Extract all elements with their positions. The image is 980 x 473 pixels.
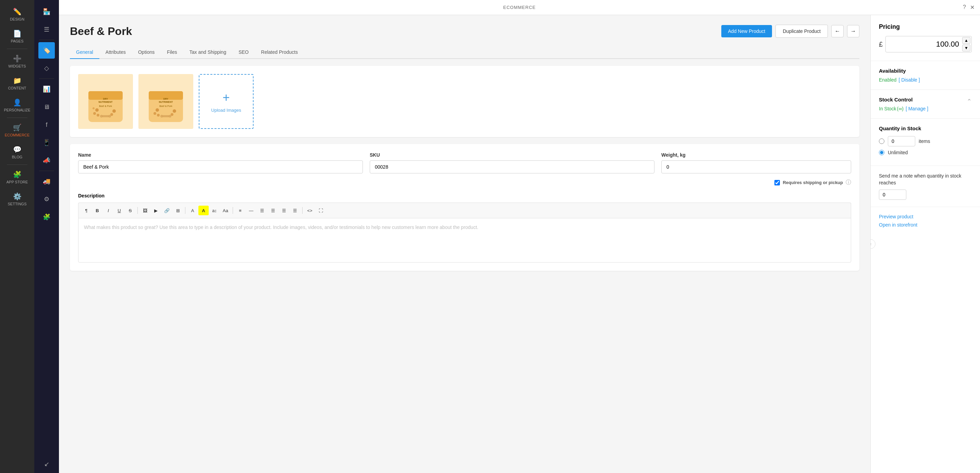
svg-point-10 — [112, 109, 116, 113]
pricing-title: Pricing — [879, 23, 972, 30]
sidebar-item-widgets[interactable]: ➕ WIDGETS — [0, 50, 34, 72]
unlimited-radio-row: Unlimited — [879, 150, 972, 155]
tb-highlight[interactable]: A — [199, 205, 209, 215]
tab-tax-shipping[interactable]: Tax and Shipping — [183, 46, 232, 59]
name-label: Name — [78, 152, 363, 158]
tab-general[interactable]: General — [70, 46, 99, 59]
sidebar-item-blog[interactable]: 💬 BLOG — [0, 141, 34, 163]
price-increment-button[interactable]: ▲ — [962, 37, 970, 44]
tb-font-case[interactable]: Aa — [220, 205, 231, 215]
qty-items-label: items — [919, 139, 930, 144]
stock-control-title: Stock Control — [879, 97, 913, 102]
tb-paragraph[interactable]: ¶ — [81, 205, 91, 215]
svg-point-27 — [161, 115, 163, 118]
app-title: ECOMMERCE — [503, 5, 536, 10]
tool-truck[interactable]: 🚚 — [38, 173, 55, 190]
tool-chart[interactable]: 📊 — [38, 81, 55, 97]
qty-items-radio[interactable] — [879, 139, 885, 144]
tb-strikethrough[interactable]: S — [125, 205, 135, 215]
upload-images-button[interactable]: + Upload Images — [199, 74, 254, 129]
tb-link[interactable]: 🔗 — [162, 205, 172, 215]
tb-indent[interactable]: ☰ — [279, 205, 289, 215]
name-input[interactable] — [78, 161, 363, 174]
tool-screen[interactable]: 🖥 — [38, 99, 55, 115]
close-icon[interactable]: ✕ — [970, 4, 975, 11]
tool-diamond[interactable]: ◇ — [38, 60, 55, 76]
appstore-icon: 🧩 — [13, 170, 22, 178]
images-row: DRY NUTRIMENT Beef & Pork — [78, 74, 851, 129]
next-product-button[interactable]: → — [847, 25, 859, 37]
tb-underline[interactable]: U — [114, 205, 124, 215]
svg-point-9 — [92, 107, 95, 109]
collapse-sidebar-button[interactable]: ‹ — [870, 239, 875, 249]
help-icon[interactable]: ? — [963, 4, 966, 11]
tool-fb[interactable]: f — [38, 116, 55, 133]
content-area: Beef & Pork Add New Product Duplicate Pr… — [59, 15, 980, 473]
sidebar-item-ecommerce[interactable]: 🛒 ECOMMERCE — [0, 119, 34, 141]
tool-collapse[interactable]: ↙ — [38, 456, 55, 472]
sidebar-item-design[interactable]: ✏️ DESIGN — [0, 3, 34, 25]
description-label: Description — [78, 193, 851, 199]
tb-italic[interactable]: I — [103, 205, 113, 215]
tb-outdent[interactable]: ☰ — [290, 205, 300, 215]
manage-stock-button[interactable]: [ Manage ] — [906, 106, 928, 111]
tb-align[interactable]: ≡ — [235, 205, 245, 215]
sku-input[interactable] — [370, 161, 654, 174]
tool-list[interactable]: ☰ — [38, 21, 55, 38]
price-input-row: £ ▲ ▼ — [879, 36, 972, 53]
tool-sliders[interactable]: ⚙ — [38, 191, 55, 207]
disable-button[interactable]: [ Disable ] — [899, 77, 920, 83]
price-decrement-button[interactable]: ▼ — [962, 45, 970, 51]
tool-megaphone[interactable]: 📣 — [38, 152, 55, 169]
svg-point-8 — [97, 114, 99, 116]
prev-product-button[interactable]: ← — [831, 25, 844, 37]
note-input[interactable] — [879, 190, 906, 200]
tb-divider[interactable]: — — [246, 205, 256, 215]
sidebar-item-settings[interactable]: ⚙️ SETTINGS — [0, 188, 34, 210]
tab-options[interactable]: Options — [132, 46, 161, 59]
tb-bold[interactable]: B — [92, 205, 102, 215]
qty-unlimited-radio[interactable] — [879, 150, 885, 155]
tool-mobile[interactable]: 📱 — [38, 134, 55, 151]
sidebar-item-pages[interactable]: 📄 PAGES — [0, 25, 34, 47]
quantity-radio-row: items — [879, 136, 972, 147]
tb-text-color[interactable]: A — [188, 205, 198, 215]
shipping-help-icon[interactable]: ⓘ — [846, 179, 851, 186]
svg-point-21 — [156, 108, 159, 112]
top-bar-actions: ? ✕ — [963, 4, 975, 11]
product-image-2[interactable]: DRY NUTRIMENT Beef & Pork — [138, 74, 193, 129]
tb-numbered-list[interactable]: ☰ — [268, 205, 278, 215]
tb-code[interactable]: <> — [305, 205, 315, 215]
tb-line-height[interactable]: a↕ — [209, 205, 220, 215]
currency-symbol: £ — [879, 40, 883, 48]
tb-video[interactable]: ▶ — [151, 205, 161, 215]
add-new-product-button[interactable]: Add New Product — [721, 25, 772, 37]
description-editor[interactable]: What makes this product so great? Use th… — [78, 218, 851, 263]
tool-tag[interactable]: 🏷️ — [38, 42, 55, 59]
tb-table[interactable]: ⊞ — [173, 205, 183, 215]
preview-product-link[interactable]: Preview product — [879, 214, 972, 219]
sidebar-item-personalize[interactable]: 👤 PERSONALIZE — [0, 94, 34, 116]
weight-input[interactable] — [661, 161, 851, 174]
shipping-checkbox[interactable] — [775, 180, 780, 185]
sidebar-item-appstore[interactable]: 🧩 APP STORE — [0, 166, 34, 188]
tool-puzzle[interactable]: 🧩 — [38, 209, 55, 225]
tab-attributes[interactable]: Attributes — [99, 46, 132, 59]
tb-image[interactable]: 🖼 — [140, 205, 150, 215]
product-image-1[interactable]: DRY NUTRIMENT Beef & Pork — [78, 74, 133, 129]
qty-items-input[interactable] — [888, 136, 915, 147]
stock-expand-icon[interactable]: ⌃ — [967, 98, 972, 105]
tab-related-products[interactable]: Related Products — [255, 46, 304, 59]
svg-rect-12 — [102, 115, 109, 117]
tool-shop[interactable]: 🏪 — [38, 3, 55, 20]
tab-seo[interactable]: SEO — [232, 46, 255, 59]
price-input[interactable] — [885, 36, 972, 53]
duplicate-product-button[interactable]: Duplicate Product — [775, 25, 828, 38]
tb-fullscreen[interactable]: ⛶ — [316, 205, 326, 215]
tab-files[interactable]: Files — [161, 46, 183, 59]
open-storefront-link[interactable]: Open in storefront — [879, 222, 972, 228]
product-title: Beef & Pork — [70, 25, 132, 38]
sidebar-item-content[interactable]: 📁 CONTENT — [0, 72, 34, 94]
tb-bullet-list[interactable]: ☰ — [257, 205, 267, 215]
svg-point-28 — [169, 115, 171, 118]
